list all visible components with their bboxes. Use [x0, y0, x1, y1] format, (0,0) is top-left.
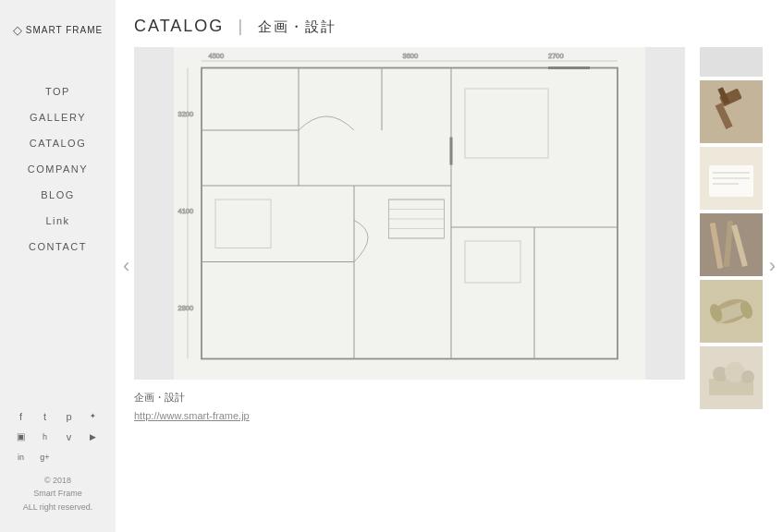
page-header: CATALOG | 企画・設計 — [116, 0, 783, 47]
thumb-svg — [700, 346, 763, 409]
separator: | — [238, 17, 244, 35]
svg-text:3200: 3200 — [178, 110, 194, 118]
page-wrapper: ◇ SMART FRAME TOP GALLERY CATALOG COMPAN… — [0, 0, 783, 532]
thumb-svg — [700, 213, 763, 276]
svg-text:3600: 3600 — [403, 52, 419, 60]
copyright-year: © 2018 — [44, 476, 71, 485]
nav-item-blog[interactable]: BLOG — [0, 182, 116, 208]
main-content: CATALOG | 企画・設計 — [116, 0, 783, 532]
company-name: Smart Frame — [33, 489, 82, 498]
thumbnail-item[interactable] — [700, 346, 763, 409]
catalog-label: CATALOG — [134, 17, 224, 35]
page-subtitle: 企画・設計 — [258, 18, 336, 34]
brand-name: SMART FRAME — [26, 25, 103, 35]
thumbnail-item[interactable] — [700, 280, 763, 343]
blueprint-svg: 4500 3600 2700 3200 4100 2800 — [134, 47, 685, 380]
thumbnail-item[interactable] — [700, 47, 763, 77]
rights-text: ALL right reserved. — [23, 502, 93, 512]
page-title: CATALOG | 企画・設計 — [134, 17, 336, 36]
logo-icon: ◇ — [13, 23, 22, 37]
svg-text:4100: 4100 — [178, 207, 194, 215]
nav-item-top[interactable]: TOP — [0, 79, 116, 104]
sidebar-footer: f t p ✦ ▣ h v ▶ in g+ © 2018 Smart Frame… — [0, 409, 116, 514]
sidebar: ◇ SMART FRAME TOP GALLERY CATALOG COMPAN… — [0, 0, 116, 532]
vimeo-icon[interactable]: v — [62, 429, 77, 444]
next-arrow[interactable]: › — [762, 245, 783, 287]
flickr-icon[interactable]: ✦ — [86, 409, 101, 424]
svg-rect-30 — [700, 80, 763, 143]
thumb-svg — [700, 147, 763, 210]
main-image-area: 4500 3600 2700 3200 4100 2800 企画・設計 http… — [134, 47, 685, 532]
youtube-icon[interactable]: ▶ — [86, 429, 101, 444]
nav-item-contact[interactable]: CONTACT — [0, 234, 116, 260]
nav-item-gallery[interactable]: GALLERY — [0, 104, 116, 130]
svg-text:2800: 2800 — [178, 304, 194, 312]
hatena-icon[interactable]: h — [38, 429, 53, 444]
svg-rect-0 — [174, 47, 645, 380]
instagram-icon[interactable]: ▣ — [14, 429, 29, 444]
pinterest-icon[interactable]: p — [62, 409, 77, 424]
svg-text:4500: 4500 — [209, 52, 225, 60]
thumbnail-strip — [700, 47, 765, 532]
thumb-svg — [700, 280, 763, 343]
thumb-svg — [700, 80, 763, 143]
twitter-icon[interactable]: t — [38, 409, 53, 424]
facebook-icon[interactable]: f — [14, 409, 29, 424]
linkedin-icon[interactable]: in — [14, 450, 29, 465]
svg-rect-35 — [709, 165, 753, 197]
content-area: 4500 3600 2700 3200 4100 2800 企画・設計 http… — [116, 47, 783, 532]
googleplus-icon[interactable]: g+ — [38, 450, 53, 465]
image-link[interactable]: http://www.smart-frame.jp — [134, 410, 685, 421]
logo-area: ◇ SMART FRAME — [0, 0, 116, 60]
nav-item-catalog[interactable]: CATALOG — [0, 130, 116, 156]
prev-arrow[interactable]: ‹ — [116, 245, 137, 287]
image-caption: 企画・設計 — [134, 387, 685, 408]
svg-point-52 — [741, 370, 754, 383]
social-icons: f t p ✦ ▣ h v ▶ in g+ — [14, 409, 103, 465]
thumbnail-item[interactable] — [700, 80, 763, 143]
nav-item-company[interactable]: COMPANY — [0, 156, 116, 182]
main-nav: TOP GALLERY CATALOG COMPANY BLOG Link CO… — [0, 79, 116, 260]
main-image[interactable]: 4500 3600 2700 3200 4100 2800 — [134, 47, 685, 380]
thumbnail-item[interactable] — [700, 147, 763, 210]
svg-text:2700: 2700 — [548, 52, 564, 60]
nav-item-link[interactable]: Link — [0, 208, 116, 234]
copyright-block: © 2018 Smart Frame ALL right reserved. — [23, 474, 93, 514]
thumbnail-item[interactable] — [700, 213, 763, 276]
